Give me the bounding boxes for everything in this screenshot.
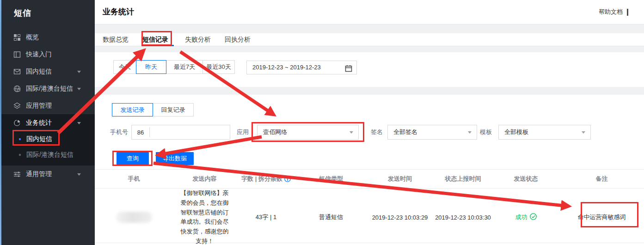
sidebar-item-domestic-sms[interactable]: 国内短信 xyxy=(0,63,95,80)
phone-number-redacted xyxy=(116,212,152,223)
date-preset-group: 今天 昨天 最近7天 最近30天 xyxy=(113,60,235,74)
caret-down-icon xyxy=(77,71,81,73)
date-range-input[interactable]: 2019-12-23 ~ 2019-12-23 xyxy=(246,61,357,74)
cell-content: 【御智联网络】亲爱的会员，您在御智联智慧店铺的订单成功。我们会尽快发货，感谢您的… xyxy=(173,189,236,245)
sidebar-subitem-label: 国内短信 xyxy=(26,135,52,143)
header-separator xyxy=(627,9,628,16)
sidebar-item-statistics[interactable]: 业务统计 xyxy=(0,114,95,131)
calendar-icon[interactable] xyxy=(345,64,352,71)
input-divider xyxy=(149,127,150,137)
sidebar-item-overview[interactable]: 概览 xyxy=(0,29,95,46)
signature-select[interactable]: 全部签名 xyxy=(387,125,477,140)
app-label: 应用 xyxy=(237,125,249,140)
preset-last30days-button[interactable]: 最近30天 xyxy=(202,60,235,74)
send-records-tab[interactable]: 发送记录 xyxy=(112,103,153,116)
preset-today-button[interactable]: 今天 xyxy=(113,60,136,74)
reply-records-tab[interactable]: 回复记录 xyxy=(153,103,194,116)
col-header-type: 短信类型 xyxy=(296,170,366,188)
cell-send-time: 2019-12-23 10:03:29 xyxy=(366,189,434,245)
page-header: 业务统计 帮助文档 xyxy=(95,0,644,24)
signature-label: 签名 xyxy=(371,125,383,140)
caret-down-icon xyxy=(77,173,81,176)
main-area: 业务统计 帮助文档 数据总览 短信记录 失败分析 回执分析 今天 昨天 最近7天… xyxy=(95,0,644,245)
layers-icon xyxy=(13,102,21,110)
sidebar-item-quickstart[interactable]: 快速入门 xyxy=(0,46,95,63)
app-select-value: 壹佰网络 xyxy=(263,129,287,135)
tab-failure-analysis[interactable]: 失败分析 xyxy=(185,33,211,46)
phone-label: 手机号 xyxy=(110,125,128,140)
sidebar-title: 短信 xyxy=(14,7,31,18)
sidebar-item-intl-sms[interactable]: 国际/港澳台短信 xyxy=(0,80,95,97)
cell-report-time: 2019-12-23 10:03:30 xyxy=(434,189,492,245)
date-range-value: 2019-12-23 ~ 2019-12-23 xyxy=(252,64,321,71)
records-card: 发送记录 回复记录 手机号 86 应用 壹佰网络 签名 全部签名 模板 全部模板 xyxy=(95,95,644,245)
caret-down-icon xyxy=(350,131,353,134)
cell-count: 43字 | 1 xyxy=(236,189,296,245)
query-button[interactable]: 查询 xyxy=(117,152,149,165)
col-header-status: 发送状态 xyxy=(492,170,559,188)
overview-grid-icon xyxy=(13,34,21,41)
sidebar: 短信 概览 快速入门 国内短信 国际/港澳台短信 xyxy=(0,0,95,245)
pie-chart-icon xyxy=(13,119,21,127)
col-header-report-time: 状态上报时间 xyxy=(434,170,492,188)
cell-phone xyxy=(95,189,173,245)
tab-data-overview[interactable]: 数据总览 xyxy=(103,33,129,46)
export-data-button[interactable]: 导出数据 xyxy=(156,152,194,165)
active-tab-indicator xyxy=(141,45,174,46)
cell-status: 成功 xyxy=(492,189,559,245)
sidebar-item-app-management[interactable]: 应用管理 xyxy=(0,97,95,114)
sidebar-item-label: 业务统计 xyxy=(26,119,52,127)
sidebar-subitem-intl-sms[interactable]: 国际/港澳台短信 xyxy=(0,147,95,163)
sidebar-item-label: 国内短信 xyxy=(26,67,52,76)
col-header-send-time: 发送时间 xyxy=(366,170,434,188)
caret-down-icon xyxy=(77,122,81,124)
sms-content-text: 【御智联网络】亲爱的会员，您在御智联智慧店铺的订单成功。我们会尽快发货，感谢您的… xyxy=(178,189,232,245)
col-header-content: 发送内容 xyxy=(173,170,236,188)
globe-icon xyxy=(13,85,21,92)
col-header-remark: 备注 xyxy=(559,170,644,188)
col-header-phone: 手机 xyxy=(95,170,173,188)
template-select[interactable]: 全部模板 xyxy=(498,125,591,140)
sliders-icon xyxy=(13,171,21,178)
sidebar-subitem-domestic-sms[interactable]: 国内短信 xyxy=(0,131,95,147)
sidebar-item-label: 应用管理 xyxy=(26,102,52,110)
page-title: 业务统计 xyxy=(103,0,134,24)
window-edge xyxy=(0,0,1,245)
sidebar-item-label: 快速入门 xyxy=(26,50,52,59)
template-select-value: 全部模板 xyxy=(504,129,528,135)
record-type-toggle: 发送记录 回复记录 xyxy=(112,103,194,116)
col-header-count-label: 字数 | 拆分条数 xyxy=(241,175,282,183)
tab-sms-records[interactable]: 短信记录 xyxy=(142,33,168,46)
cell-type: 普通短信 xyxy=(296,189,366,245)
phone-prefix: 86 xyxy=(132,129,149,136)
cell-remark: 命中运营商敏感词 xyxy=(559,189,644,245)
phone-number-input[interactable]: 86 xyxy=(131,125,230,140)
tab-receipt-analysis[interactable]: 回执分析 xyxy=(225,33,251,46)
sidebar-subitem-label: 国际/港澳台短信 xyxy=(26,151,74,159)
table-header-row: 手机 发送内容 字数 | 拆分条数 短信类型 发送时间 状态上报时间 发送状态 … xyxy=(95,169,644,189)
sidebar-item-label: 概览 xyxy=(26,33,39,42)
template-label: 模板 xyxy=(480,125,492,140)
preset-last7days-button[interactable]: 最近7天 xyxy=(166,60,203,74)
records-table: 手机 发送内容 字数 | 拆分条数 短信类型 发送时间 状态上报时间 发送状态 … xyxy=(95,169,644,243)
help-doc-link[interactable]: 帮助文档 xyxy=(599,0,623,24)
tab-bar: 数据总览 短信记录 失败分析 回执分析 xyxy=(95,33,644,46)
status-badge: 成功 xyxy=(515,213,537,221)
caret-down-icon xyxy=(77,88,81,90)
sidebar-item-label: 通用管理 xyxy=(26,170,52,178)
success-check-icon xyxy=(530,213,537,221)
app-select[interactable]: 壹佰网络 xyxy=(257,125,359,140)
info-icon[interactable] xyxy=(284,176,291,182)
caret-down-icon xyxy=(582,131,585,134)
preset-yesterday-button[interactable]: 昨天 xyxy=(136,60,166,74)
signature-select-value: 全部签名 xyxy=(393,129,417,135)
status-text: 成功 xyxy=(515,213,527,221)
caret-down-icon xyxy=(468,131,472,134)
quickstart-icon xyxy=(13,51,21,58)
date-filter-card: 今天 昨天 最近7天 最近30天 2019-12-23 ~ 2019-12-23 xyxy=(95,52,644,87)
sidebar-item-general-management[interactable]: 通用管理 xyxy=(0,165,95,183)
bullet-icon xyxy=(19,154,21,156)
mail-icon xyxy=(13,68,21,75)
bullet-icon xyxy=(19,138,21,140)
table-row: 【御智联网络】亲爱的会员，您在御智联智慧店铺的订单成功。我们会尽快发货，感谢您的… xyxy=(95,189,644,243)
